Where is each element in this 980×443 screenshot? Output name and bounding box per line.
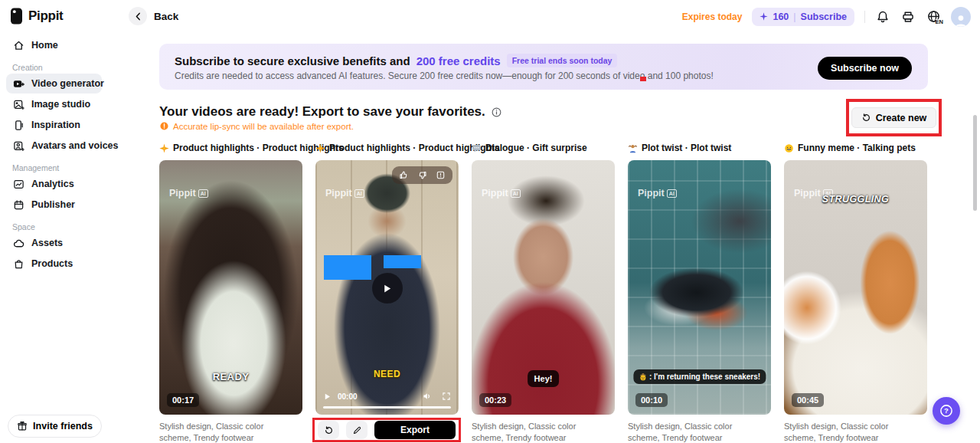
feedback-pill xyxy=(392,166,452,184)
back-button[interactable]: Back xyxy=(129,7,178,25)
subscribe-banner: Subscribe to secure exclusive benefits a… xyxy=(159,44,928,90)
sidebar-item-publisher[interactable]: Publisher xyxy=(6,195,102,215)
app-window: Pippit Home Creation Video generator Ima… xyxy=(0,0,980,443)
duration-badge: 00:10 xyxy=(635,393,668,407)
video-card-title: Dialogue · Gift surprise xyxy=(485,143,587,153)
export-button[interactable]: Export xyxy=(374,421,456,439)
play-button[interactable] xyxy=(372,273,403,304)
help-button[interactable]: ? xyxy=(933,397,960,425)
watermark-text: Pippit xyxy=(325,188,352,199)
player-play-icon[interactable] xyxy=(323,392,332,401)
pippit-logo-icon xyxy=(10,8,23,25)
sidebar-item-label: Products xyxy=(31,258,73,269)
sidebar-item-image-studio[interactable]: Image studio xyxy=(6,94,102,114)
video-card: Plot twist · Plot twist Pippit AI : I'm … xyxy=(628,143,771,443)
person-shrugging-emoji-icon xyxy=(628,143,638,153)
publisher-icon xyxy=(12,199,24,211)
player-progress-bar[interactable] xyxy=(323,406,451,409)
edit-pencil-button[interactable] xyxy=(346,421,368,439)
video-card-title: Plot twist · Plot twist xyxy=(642,143,731,153)
caption-selection-highlight xyxy=(384,255,421,268)
back-label: Back xyxy=(154,11,178,22)
subscribe-now-button[interactable]: Subscribe now xyxy=(818,57,912,80)
notifications-bell-icon[interactable] xyxy=(875,9,890,25)
sidebar-item-home[interactable]: Home xyxy=(6,35,102,55)
video-description: Stylish design, Classic color scheme, Tr… xyxy=(472,421,615,443)
sidebar-item-label: Home xyxy=(31,40,58,51)
sidebar-item-inspiration[interactable]: Inspiration xyxy=(6,115,102,135)
video-card-title: Funny meme · Talking pets xyxy=(798,143,916,153)
inspiration-icon xyxy=(12,119,24,131)
video-caption: Hey! xyxy=(528,370,560,387)
sidebar-item-video-generator[interactable]: Video generator xyxy=(6,74,102,94)
image-studio-icon xyxy=(12,98,24,110)
watermark: Pippit AI xyxy=(325,188,364,199)
sidebar-item-products[interactable]: Products xyxy=(6,254,102,274)
analytics-icon xyxy=(12,178,24,190)
printer-icon[interactable] xyxy=(900,9,916,25)
subscribe-label: Subscribe xyxy=(801,11,847,22)
create-new-label: Create new xyxy=(876,113,927,123)
topbar-right: Expires today 160 | Subscribe EN xyxy=(682,6,971,27)
scrollbar-thumb[interactable] xyxy=(973,115,977,211)
avatars-voices-icon xyxy=(12,139,24,152)
thumbs-up-icon[interactable] xyxy=(399,170,409,180)
refresh-icon xyxy=(861,113,871,123)
pippit-logo[interactable]: Pippit xyxy=(10,8,63,25)
sidebar-item-label: Analytics xyxy=(31,179,74,189)
credits-subscribe-pill[interactable]: 160 | Subscribe xyxy=(752,8,854,26)
duration-badge: 00:23 xyxy=(479,393,511,407)
video-thumbnail[interactable]: Pippit AI Hey! 00:23 xyxy=(472,160,615,415)
caption-selection-highlight xyxy=(324,255,371,280)
video-caption: READY xyxy=(159,371,302,382)
video-description: Stylish design, Classic color scheme, Tr… xyxy=(784,421,927,443)
watermark-ai-badge: AI xyxy=(354,189,364,198)
sidebar-item-label: Publisher xyxy=(31,199,75,210)
user-avatar[interactable] xyxy=(951,7,971,27)
regenerate-button[interactable] xyxy=(318,421,339,439)
sidebar: Pippit Home Creation Video generator Ima… xyxy=(0,0,130,443)
credits-count: 160 xyxy=(773,11,789,22)
video-card: Funny meme · Talking pets Pippit AI STRU… xyxy=(784,143,927,443)
language-globe-icon[interactable]: EN xyxy=(926,9,941,25)
banner-subtitle: Credits are needed to access advanced AI… xyxy=(175,71,913,81)
thumbs-down-icon[interactable] xyxy=(417,170,427,180)
topbar-divider xyxy=(864,11,865,23)
sidebar-item-label: Image studio xyxy=(31,99,90,110)
video-results-grid: Product highlights · Product highlights … xyxy=(159,143,927,443)
invite-friends-label: Invite friends xyxy=(33,421,93,432)
sparkler-emoji-icon xyxy=(315,143,325,153)
gift-icon xyxy=(17,421,28,432)
video-card-selected: Product highlights · Product highlights … xyxy=(315,143,459,443)
sidebar-item-assets[interactable]: Assets xyxy=(6,233,102,253)
video-thumbnail[interactable]: Pippit AI STRUGGLING 00:45 xyxy=(784,160,927,415)
assets-cloud-icon xyxy=(12,237,24,249)
lip-sync-notice-text: Accurate lip-sync will be available afte… xyxy=(173,122,354,131)
video-player[interactable]: Pippit AI NEED 00:00 xyxy=(315,160,459,415)
fullscreen-icon[interactable] xyxy=(442,392,451,401)
video-thumbnail[interactable]: Pippit AI READY 00:17 xyxy=(159,160,302,415)
video-card: Product highlights · Product highlights … xyxy=(159,143,302,443)
volume-icon[interactable] xyxy=(422,391,433,402)
sidebar-item-analytics[interactable]: Analytics xyxy=(6,174,102,194)
free-trial-badge: Free trial ends soon today xyxy=(507,54,618,67)
video-thumbnail[interactable]: Pippit AI : I'm returning these sneakers… xyxy=(628,160,771,415)
sidebar-item-label: Assets xyxy=(31,238,63,248)
video-caption: NEED xyxy=(315,369,459,379)
home-icon xyxy=(12,39,24,51)
annotation-red-dot xyxy=(640,77,646,81)
expires-label: Expires today xyxy=(682,11,743,22)
invite-friends-button[interactable]: Invite friends xyxy=(8,415,102,438)
sidebar-item-label: Avatars and voices xyxy=(31,140,118,151)
report-icon[interactable] xyxy=(436,170,446,180)
duration-badge: 00:17 xyxy=(167,393,199,407)
banner-title: Subscribe to secure exclusive benefits a… xyxy=(175,54,410,67)
pill-divider: | xyxy=(793,11,795,22)
info-icon[interactable] xyxy=(491,107,502,118)
watermark-text: Pippit xyxy=(638,188,665,199)
duration-badge: 00:45 xyxy=(792,393,824,407)
sidebar-item-avatars-and-voices[interactable]: Avatars and voices xyxy=(6,136,102,156)
watermark-text: Pippit xyxy=(482,188,508,199)
video-caption: : I'm returning these sneakers! xyxy=(633,369,766,384)
create-new-button[interactable]: Create new xyxy=(851,107,937,128)
